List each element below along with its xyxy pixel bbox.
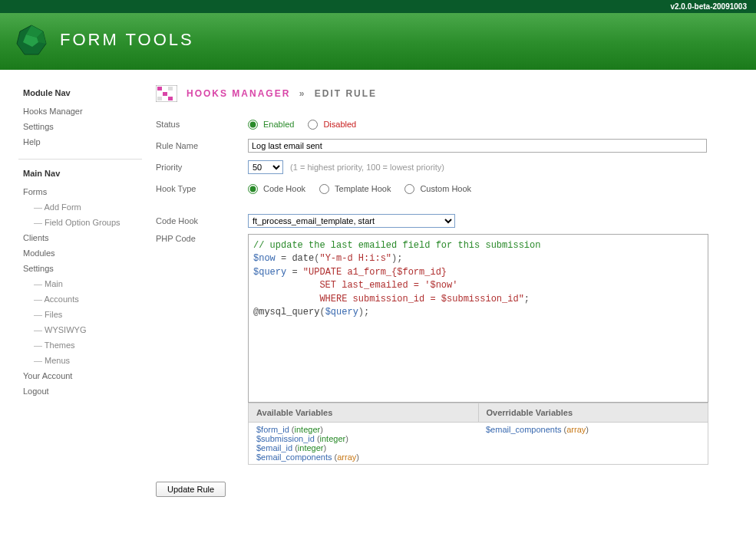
nav-forms[interactable]: Forms bbox=[23, 184, 142, 199]
nav-help[interactable]: Help bbox=[23, 134, 142, 150]
variables-table: Available Variables Overridable Variable… bbox=[248, 403, 708, 465]
priority-select[interactable]: 50 bbox=[248, 160, 283, 174]
nav-settings-files[interactable]: Files bbox=[23, 307, 142, 322]
status-label: Status bbox=[156, 120, 248, 129]
overridable-vars-cell: $email_components (array) bbox=[478, 423, 708, 465]
priority-label: Priority bbox=[156, 163, 248, 172]
svg-rect-9 bbox=[168, 97, 173, 100]
code-hook-label: Code Hook bbox=[156, 216, 248, 225]
logo-icon bbox=[15, 24, 48, 56]
available-vars-header: Available Variables bbox=[249, 403, 479, 423]
update-rule-button[interactable]: Update Rule bbox=[156, 482, 226, 497]
nav-add-form[interactable]: Add Form bbox=[23, 199, 142, 215]
hook-type-custom-label[interactable]: Custom Hook bbox=[420, 184, 471, 193]
breadcrumb-section[interactable]: HOOKS MANAGER bbox=[187, 88, 290, 99]
hook-type-custom-radio[interactable] bbox=[404, 184, 414, 194]
nav-hooks-manager[interactable]: Hooks Manager bbox=[23, 104, 142, 119]
nav-settings-main[interactable]: Main bbox=[23, 276, 142, 291]
hook-type-template-label[interactable]: Template Hook bbox=[335, 184, 391, 193]
svg-rect-7 bbox=[163, 92, 167, 96]
hook-type-code-radio[interactable] bbox=[248, 184, 258, 194]
nav-module-settings[interactable]: Settings bbox=[23, 119, 142, 134]
main-content: HOOKS MANAGER » EDIT RULE Status Enabled… bbox=[142, 70, 756, 512]
hook-type-label: Hook Type bbox=[156, 184, 248, 193]
overridable-vars-header: Overridable Variables bbox=[478, 403, 708, 423]
nav-settings-menus[interactable]: Menus bbox=[23, 353, 142, 368]
nav-settings-wysiwyg[interactable]: WYSIWYG bbox=[23, 322, 142, 337]
rule-name-label: Rule Name bbox=[156, 141, 248, 150]
nav-field-option-groups[interactable]: Field Option Groups bbox=[23, 215, 142, 230]
app-title: FORM TOOLS bbox=[60, 30, 194, 50]
status-enabled-radio[interactable] bbox=[248, 120, 258, 130]
status-disabled-label[interactable]: Disabled bbox=[323, 120, 356, 129]
nav-modules[interactable]: Modules bbox=[23, 245, 142, 261]
priority-hint: (1 = highest priority, 100 = lowest prio… bbox=[290, 163, 444, 172]
code-hook-select[interactable]: ft_process_email_template, start bbox=[248, 214, 455, 228]
header: FORM TOOLS bbox=[0, 13, 756, 70]
status-enabled-label[interactable]: Enabled bbox=[263, 120, 294, 129]
rule-name-input[interactable] bbox=[248, 139, 707, 153]
hook-type-template-radio[interactable] bbox=[319, 184, 329, 194]
svg-rect-5 bbox=[157, 87, 162, 90]
svg-rect-8 bbox=[157, 97, 162, 100]
nav-logout[interactable]: Logout bbox=[23, 383, 142, 399]
nav-clients[interactable]: Clients bbox=[23, 230, 142, 245]
svg-rect-6 bbox=[168, 87, 173, 90]
php-code-textarea[interactable]: // update the last emailed field for thi… bbox=[248, 234, 708, 403]
nav-settings-accounts[interactable]: Accounts bbox=[23, 291, 142, 307]
sidebar: Module Nav Hooks Manager Settings Help M… bbox=[0, 70, 142, 512]
version-bar: v2.0.0-beta-20091003 bbox=[0, 0, 756, 13]
breadcrumb-separator: » bbox=[299, 88, 306, 99]
breadcrumb: HOOKS MANAGER » EDIT RULE bbox=[187, 88, 377, 99]
status-disabled-radio[interactable] bbox=[308, 120, 318, 130]
module-nav-heading: Module Nav bbox=[23, 88, 142, 97]
hook-type-code-label[interactable]: Code Hook bbox=[263, 184, 305, 193]
nav-settings-themes[interactable]: Themes bbox=[23, 337, 142, 353]
nav-settings[interactable]: Settings bbox=[23, 261, 142, 276]
nav-your-account[interactable]: Your Account bbox=[23, 368, 142, 383]
php-code-label: PHP Code bbox=[156, 234, 248, 243]
main-nav-heading: Main Nav bbox=[23, 169, 142, 178]
hooks-manager-icon bbox=[156, 85, 177, 102]
available-vars-cell: $form_id (integer) $submission_id (integ… bbox=[249, 423, 479, 465]
breadcrumb-page: EDIT RULE bbox=[315, 88, 377, 99]
